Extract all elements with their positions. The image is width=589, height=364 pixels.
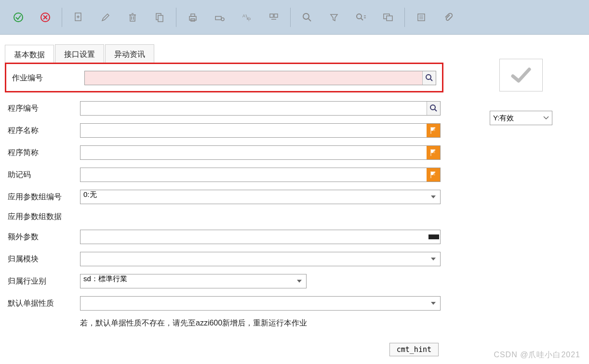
svg-text:A: A — [433, 128, 436, 132]
status-check-icon — [499, 59, 543, 91]
label-param-group-no: 应用参数组编号 — [8, 192, 80, 202]
delete-button[interactable] — [119, 7, 146, 27]
job-no-field — [84, 71, 436, 85]
label-module: 归属模块 — [8, 254, 80, 264]
main-toolbar: A中 — [0, 0, 589, 35]
prog-name-field: A — [80, 123, 441, 138]
module-select-wrap — [80, 252, 441, 266]
copy-button[interactable] — [146, 7, 173, 27]
svg-point-20 — [426, 75, 431, 79]
tab-change-info[interactable]: 异动资讯 — [105, 44, 154, 64]
mnemonic-input[interactable] — [80, 168, 427, 182]
svg-point-10 — [221, 18, 224, 21]
job-no-lookup-icon[interactable] — [422, 71, 436, 85]
module-select[interactable] — [80, 252, 441, 266]
toolbar-separator — [176, 8, 176, 27]
svg-text:A: A — [433, 172, 436, 177]
confirm-button[interactable] — [5, 7, 32, 27]
param-group-no-select-wrap: 0:无 — [80, 190, 441, 204]
label-prog-name: 程序名称 — [8, 126, 80, 136]
job-no-highlight: 作业编号 — [5, 63, 443, 92]
svg-point-15 — [303, 13, 309, 19]
label-prog-no: 程序编号 — [8, 104, 80, 114]
svg-point-16 — [357, 14, 361, 19]
industry-select[interactable]: sd：標準行業 — [80, 274, 307, 288]
prog-no-input[interactable] — [80, 102, 427, 115]
label-prog-short: 程序简称 — [8, 148, 80, 158]
extra-param-field — [80, 230, 441, 244]
default-doc-select[interactable] — [80, 296, 441, 311]
prog-short-input[interactable] — [80, 146, 427, 159]
watermark-text: CSDN @爪哇小白2021 — [494, 350, 580, 360]
svg-point-21 — [430, 105, 435, 110]
print-button[interactable] — [179, 7, 206, 27]
mnemonic-field: A — [80, 168, 441, 182]
filter-button[interactable] — [321, 7, 348, 27]
tab-basic-data[interactable]: 基本数据 — [5, 45, 54, 64]
svg-rect-7 — [191, 14, 195, 16]
label-default-doc: 默认单据性质 — [8, 299, 80, 309]
cmt-hint-button[interactable]: cmt_hint — [389, 343, 439, 356]
label-job-no: 作业编号 — [12, 73, 84, 83]
svg-text:A: A — [433, 150, 436, 155]
edit-button[interactable] — [92, 7, 119, 27]
toolbar-separator — [62, 8, 62, 27]
tab-interface-settings[interactable]: 接口设置 — [55, 44, 104, 64]
prog-name-input[interactable] — [80, 124, 427, 137]
label-param-group-data: 应用参数组数据 — [8, 212, 441, 222]
new-doc-button[interactable] — [65, 7, 92, 27]
svg-rect-5 — [158, 15, 163, 22]
svg-point-0 — [14, 13, 23, 22]
svg-rect-14 — [274, 14, 278, 17]
param-group-no-select[interactable]: 0:无 — [80, 190, 441, 204]
svg-rect-13 — [270, 14, 273, 17]
prog-no-lookup-icon[interactable] — [427, 102, 440, 115]
svg-rect-18 — [387, 16, 392, 21]
translate-button[interactable]: A中 — [233, 7, 260, 27]
attachment-button[interactable] — [435, 7, 462, 27]
window-button[interactable] — [375, 7, 402, 27]
flag-icon[interactable]: A — [427, 146, 440, 159]
side-panel: Y:有效 — [443, 44, 584, 356]
extra-param-input[interactable] — [80, 230, 428, 244]
list-button[interactable] — [408, 7, 435, 27]
hint-text: 若，默认单据性质不存在，请先至azzi600新增后，重新运行本作业 — [5, 318, 443, 328]
default-doc-select-wrap — [80, 296, 441, 311]
industry-select-wrap: sd：標準行業 — [80, 274, 307, 288]
svg-rect-6 — [189, 16, 196, 20]
label-mnemonic: 助记码 — [8, 170, 80, 180]
svg-rect-9 — [215, 16, 221, 20]
svg-rect-3 — [130, 15, 135, 21]
status-select[interactable]: Y:有效 — [490, 111, 552, 125]
advanced-search-button[interactable] — [348, 7, 375, 27]
label-extra-param: 额外参数 — [8, 232, 80, 242]
job-no-input[interactable] — [85, 71, 422, 85]
label-industry: 归属行业别 — [8, 276, 80, 286]
cancel-button[interactable] — [32, 7, 59, 27]
svg-text:中: 中 — [247, 17, 251, 22]
toolbar-separator — [404, 8, 405, 27]
flag-icon[interactable]: A — [427, 124, 440, 137]
flag-icon[interactable]: A — [427, 168, 440, 182]
toolbar-separator — [290, 8, 291, 27]
export-button[interactable] — [260, 7, 287, 27]
prog-short-field: A — [80, 145, 441, 160]
extra-param-indicator — [428, 234, 439, 239]
svg-text:A: A — [242, 13, 245, 18]
search-button[interactable] — [294, 7, 321, 27]
print-preview-button[interactable] — [206, 7, 233, 27]
status-value: Y:有效 — [493, 114, 514, 123]
tab-bar: 基本数据 接口设置 异动资讯 — [5, 44, 443, 64]
prog-no-field — [80, 101, 441, 116]
chevron-down-icon — [543, 116, 549, 120]
